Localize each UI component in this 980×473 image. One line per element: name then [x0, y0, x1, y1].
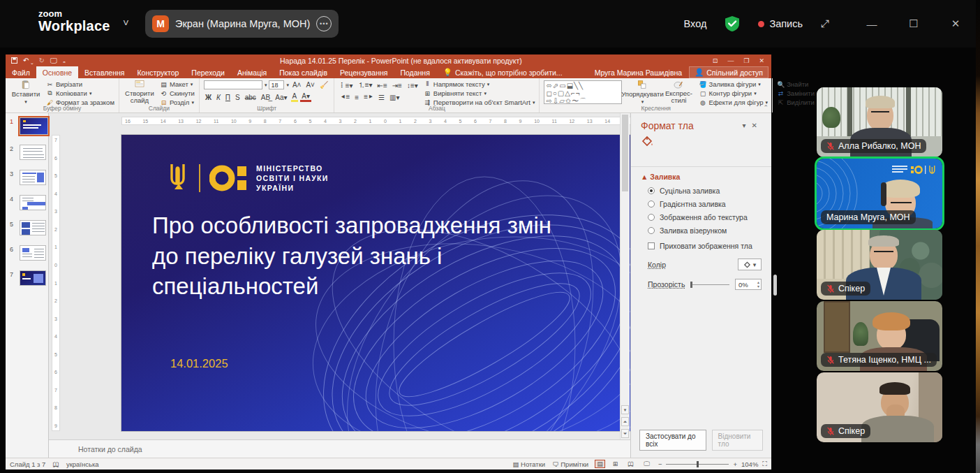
- comments-toggle[interactable]: 🗨 Примітки: [552, 460, 588, 468]
- underline-button[interactable]: П: [224, 94, 232, 101]
- align-text-button[interactable]: ⊞Вирівняти текст ▾: [424, 89, 535, 97]
- font-color-icon[interactable]: А▾: [300, 92, 311, 102]
- panel-close-icon[interactable]: ✕: [752, 122, 763, 129]
- next-slide-icon[interactable]: ⏷: [621, 429, 629, 438]
- tab-view[interactable]: Подання: [394, 66, 436, 78]
- scrollbar-thumb[interactable]: [622, 115, 628, 191]
- scroll-down-icon[interactable]: ▾: [621, 405, 629, 414]
- font-size-input[interactable]: 18: [269, 80, 284, 89]
- notes-toggle[interactable]: ▤ Нотатки: [512, 460, 545, 468]
- zoom-in-icon[interactable]: +: [733, 460, 737, 468]
- minimize-button[interactable]: —: [860, 18, 884, 30]
- tab-home[interactable]: Основне: [36, 66, 78, 78]
- slide-thumbnail[interactable]: 1: [10, 117, 48, 135]
- quick-styles-button[interactable]: Експрес-стилі: [662, 80, 695, 104]
- slide-thumbnail[interactable]: 4: [10, 195, 48, 210]
- slider-knob[interactable]: [690, 282, 692, 288]
- recording-indicator[interactable]: Запись: [758, 18, 803, 29]
- transparency-slider[interactable]: [690, 284, 729, 285]
- slide-thumbnail[interactable]: 5: [10, 220, 48, 235]
- paint-bucket-icon[interactable]: [641, 136, 653, 147]
- increase-font-icon[interactable]: А˄: [291, 81, 303, 89]
- slide-thumbnail[interactable]: 6: [10, 245, 48, 261]
- tab-animations[interactable]: Анімація: [231, 66, 273, 78]
- reset-button[interactable]: ⟲Скинути: [160, 89, 195, 97]
- chevron-down-icon[interactable]: ˅: [123, 17, 129, 29]
- text-direction-button[interactable]: ⫴Напрямок тексту ▾: [424, 80, 535, 88]
- maximize-button[interactable]: ☐: [902, 17, 926, 30]
- zoom-slider-knob[interactable]: [697, 461, 699, 467]
- account-name[interactable]: Мруга Марина Рашидівна: [595, 68, 683, 77]
- align-center-icon[interactable]: ≡: [353, 94, 360, 101]
- sign-in-button[interactable]: Вход: [684, 18, 707, 29]
- decrease-font-icon[interactable]: А˅: [304, 81, 316, 89]
- ppt-restore-button[interactable]: ❐: [743, 57, 749, 64]
- shared-screen-tab[interactable]: M Экран (Марина Мруга, МОН) •••: [145, 10, 339, 38]
- share-button[interactable]: 👤 Спільний доступ: [689, 66, 769, 78]
- save-icon[interactable]: [11, 57, 17, 64]
- decrease-indent-icon[interactable]: ⇤≡: [376, 82, 389, 89]
- slide-canvas[interactable]: МІНІСТЕРСТВО ОСВІТИ І НАУКИ УКРАЇНИ Про …: [121, 135, 649, 431]
- shapes-gallery[interactable]: ⬄⬀▭⬓╲╲◻○▢△⌐¬⇨⇩▱✩〜⌒: [544, 80, 622, 104]
- tab-transitions[interactable]: Переходи: [185, 66, 231, 78]
- tab-slideshow[interactable]: Показ слайдів: [273, 66, 334, 78]
- participants-panel-handle[interactable]: [773, 275, 777, 296]
- notes-pane[interactable]: Нотатки до слайда: [49, 439, 630, 458]
- shape-outline-button[interactable]: ▢Контур фігури ▾: [699, 89, 768, 97]
- select-button[interactable]: ⇱Виділити ▾: [777, 99, 819, 106]
- new-slide-button[interactable]: Створити слайд: [124, 80, 156, 104]
- slide-thumbnail[interactable]: 2: [10, 145, 48, 160]
- reset-background-button[interactable]: Відновити тло: [712, 430, 763, 451]
- tab-file[interactable]: Файл: [6, 66, 36, 78]
- reading-view-icon[interactable]: 🕮: [626, 460, 635, 467]
- font-name-input[interactable]: [204, 80, 262, 89]
- spellcheck-icon[interactable]: 🕮: [52, 460, 59, 468]
- participant-tile[interactable]: Алла Рибалко, МОН: [817, 87, 942, 157]
- apply-to-all-button[interactable]: Застосувати до всіх: [639, 430, 706, 451]
- fill-section-header[interactable]: ▲ Заливка: [641, 173, 762, 181]
- spinner-arrows-icon[interactable]: ▴▾: [757, 280, 761, 289]
- participant-tile-active-speaker[interactable]: Марина Мруга, МОН: [817, 159, 942, 228]
- justify-icon[interactable]: ☰: [377, 94, 386, 101]
- zoom-percentage[interactable]: 104%: [741, 460, 758, 468]
- slide-sorter-view-icon[interactable]: ⊞: [611, 460, 620, 467]
- layout-button[interactable]: ▤Макет ▾: [160, 80, 195, 88]
- arrange-button[interactable]: Упорядкувати▾: [626, 80, 658, 104]
- copy-button[interactable]: ⧉Копіювати ▾: [46, 89, 114, 97]
- undo-icon[interactable]: ↶ ˬ: [23, 57, 34, 64]
- tab-design[interactable]: Конструктор: [131, 66, 185, 78]
- slide-thumbnail-panel[interactable]: 1234567: [6, 113, 49, 458]
- paste-button[interactable]: Вставити▾: [10, 80, 42, 104]
- redo-icon[interactable]: ↻: [39, 57, 45, 64]
- transparency-value-spinner[interactable]: 0% ▴▾: [735, 279, 762, 290]
- customize-qat-icon[interactable]: ᎔: [63, 57, 66, 64]
- close-button[interactable]: ✕: [944, 17, 967, 30]
- collapse-ribbon-icon[interactable]: ⌃: [763, 104, 769, 111]
- language-indicator[interactable]: українська: [66, 460, 99, 468]
- participant-tile[interactable]: Спікер: [817, 372, 942, 442]
- highlight-color-icon[interactable]: A: [291, 92, 299, 102]
- fullscreen-expand-icon[interactable]: ⤢: [821, 17, 829, 30]
- more-options-icon[interactable]: •••: [316, 16, 332, 31]
- fit-to-window-icon[interactable]: ⛶: [762, 460, 767, 468]
- align-left-icon[interactable]: ⯇≡: [339, 93, 351, 101]
- tell-me-box[interactable]: 💡 Скажіть, що потрібно зробити...: [436, 66, 570, 78]
- normal-view-icon[interactable]: ▤: [595, 460, 604, 467]
- slide-thumbnail[interactable]: 7: [10, 270, 48, 286]
- participant-tile[interactable]: Спікер: [817, 230, 942, 300]
- ppt-minimize-button[interactable]: —: [727, 57, 734, 64]
- increase-indent-icon[interactable]: ⇥≡: [391, 82, 403, 89]
- zoom-out-icon[interactable]: −: [658, 460, 662, 468]
- color-dropdown[interactable]: ▾: [738, 259, 762, 270]
- slide-date-text[interactable]: 14.01.2025: [170, 357, 228, 370]
- cut-button[interactable]: ✂Вирізати: [46, 80, 114, 88]
- bullets-icon[interactable]: ⠇≡▾: [339, 82, 354, 89]
- picture-fill-radio[interactable]: Зображення або текстура: [648, 213, 762, 221]
- find-button[interactable]: 🔍Знайти: [777, 80, 819, 88]
- clear-formatting-icon[interactable]: 🧹: [318, 81, 329, 89]
- character-spacing-icon[interactable]: АВ̲: [260, 94, 272, 101]
- replace-button[interactable]: ⇄Замінити ▾: [777, 89, 819, 97]
- tab-insert[interactable]: Вставлення: [78, 66, 131, 78]
- tab-review[interactable]: Рецензування: [334, 66, 394, 78]
- line-spacing-icon[interactable]: ↕≡▾: [406, 82, 420, 89]
